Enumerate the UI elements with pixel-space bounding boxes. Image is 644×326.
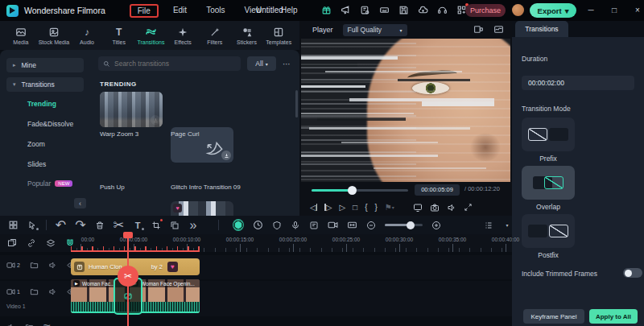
mute-track-icon[interactable] (48, 287, 57, 296)
split-scissors-icon[interactable]: ✂ (114, 220, 124, 231)
tab-transitions-properties[interactable]: Transitions (515, 21, 568, 37)
menu-file[interactable]: File (130, 4, 159, 18)
sidebar-item-fade-dissolve[interactable]: Fade&Dissolve (27, 120, 73, 128)
transition-thumb-partial[interactable]: ♥ (171, 201, 233, 216)
marker-flag-icon[interactable]: ⚑▾ (385, 203, 394, 212)
scopes-icon[interactable] (493, 24, 504, 35)
track-manager-icon[interactable] (484, 220, 493, 231)
keyframe-panel-button[interactable]: Keyframe Panel (523, 309, 584, 324)
tab-stock-media[interactable]: Stock Media (39, 26, 70, 45)
user-avatar[interactable] (512, 4, 524, 16)
purchase-button[interactable]: Purchase (465, 4, 506, 17)
megaphone-icon[interactable] (340, 4, 352, 16)
sidebar-item-popular[interactable]: PopularNEW (27, 180, 72, 188)
mark-out-icon[interactable]: } (375, 203, 378, 212)
favorite-heart-icon[interactable]: ♥ (173, 204, 182, 213)
more-options-icon[interactable]: ⋯ (283, 60, 291, 68)
fit-timeline-icon[interactable] (347, 220, 357, 231)
mark-in-icon[interactable]: { (365, 203, 367, 212)
timeline-zoom-slider[interactable] (385, 224, 423, 226)
download-icon[interactable] (221, 151, 231, 160)
include-trimmed-toggle[interactable] (623, 268, 642, 278)
speed-tool-icon[interactable] (253, 220, 263, 231)
project-settings-icon[interactable] (359, 4, 371, 16)
add-track-icon[interactable] (6, 237, 18, 249)
collapse-sidebar-button[interactable]: ‹ (74, 198, 86, 208)
screen-record-icon[interactable] (328, 220, 338, 231)
progress-knob[interactable] (348, 186, 357, 195)
undo-icon[interactable]: ↶ (56, 220, 66, 231)
more-tools-icon[interactable]: » (188, 220, 198, 231)
sidebar-item-slides[interactable]: Slides (27, 160, 46, 168)
video-preview[interactable] (301, 39, 510, 182)
headset-icon[interactable] (436, 4, 448, 16)
select-tool-icon[interactable] (27, 220, 37, 231)
mask-tool-icon[interactable] (233, 220, 244, 231)
apply-to-all-button[interactable]: Apply to All (589, 309, 638, 324)
folder-icon[interactable] (30, 287, 39, 296)
notes-icon[interactable] (309, 220, 319, 231)
previous-frame-button[interactable]: ◁ (310, 203, 317, 212)
zoom-slider-knob[interactable] (407, 221, 415, 229)
media-browser-icon[interactable] (8, 220, 19, 231)
tab-audio[interactable]: ♪ Audio (72, 26, 101, 45)
sidebar-group-transitions[interactable]: ▾ Transitions (6, 77, 84, 92)
tab-filters[interactable]: Filters (200, 26, 229, 45)
playhead-scissors-button[interactable]: ✂ (118, 266, 138, 287)
cloud-upload-icon[interactable] (417, 4, 429, 16)
search-box[interactable] (98, 56, 241, 71)
export-button[interactable]: Export ▾ (530, 3, 576, 18)
volume-icon[interactable] (447, 203, 456, 213)
tab-templates[interactable]: Templates (264, 26, 293, 45)
gift-icon[interactable] (320, 4, 332, 16)
folder-icon[interactable] (30, 261, 39, 270)
tab-effects[interactable]: Effects (168, 26, 197, 45)
tab-titles[interactable]: T Titles (105, 26, 134, 45)
quality-dropdown[interactable]: Full Quality ▾ (343, 24, 407, 36)
shield-icon[interactable] (272, 220, 282, 231)
minimize-button[interactable]: ─ (584, 2, 597, 17)
layers-icon[interactable] (45, 237, 56, 249)
menu-edit[interactable]: Edit (168, 4, 192, 18)
save-icon[interactable] (398, 4, 410, 16)
zoom-out-icon[interactable] (366, 220, 376, 231)
redo-icon[interactable]: ↷ (75, 220, 85, 231)
keyboard-icon[interactable] (378, 4, 390, 16)
record-voiceover-icon[interactable] (291, 220, 300, 231)
caret-icon[interactable]: ▾ (502, 220, 512, 231)
menu-tools[interactable]: Tools (201, 4, 229, 18)
text-tool-icon[interactable]: T (133, 220, 142, 231)
close-button[interactable]: × (631, 2, 644, 17)
sidebar-item-zoom[interactable]: Zoom (27, 140, 45, 148)
tab-transitions[interactable]: Transitions (137, 26, 166, 45)
tab-stickers[interactable]: Stickers (233, 26, 262, 45)
sidebar-item-trending[interactable]: Trending (27, 100, 56, 108)
mute-track-icon[interactable] (48, 261, 57, 270)
duration-input[interactable] (522, 76, 634, 90)
fullscreen-icon[interactable] (464, 203, 473, 212)
current-timecode[interactable]: 00:00:05:09 (415, 184, 460, 196)
library-scrollbar[interactable] (295, 90, 298, 118)
sidebar-group-mine[interactable]: ▸ Mine (6, 58, 84, 72)
copy-clone-icon[interactable] (170, 220, 180, 231)
pip-layout-icon[interactable] (473, 24, 484, 35)
delete-icon[interactable] (95, 220, 105, 231)
download-icon[interactable] (151, 115, 160, 125)
mode-postfix-option[interactable] (522, 214, 575, 248)
play-button[interactable]: ▷ (339, 203, 345, 212)
next-frame-button[interactable]: ▷ (324, 203, 332, 212)
timeline-ruler[interactable]: 00:00 00:00:05:00 00:00:10:00 00:00:15:0… (76, 234, 512, 252)
tab-media[interactable]: Media (6, 26, 35, 45)
snapshot-camera-icon[interactable] (430, 203, 440, 213)
stop-button[interactable]: □ (353, 203, 357, 212)
link-clips-icon[interactable] (26, 237, 37, 249)
preview-display-icon[interactable] (413, 203, 423, 213)
maximize-button[interactable]: □ (608, 2, 621, 17)
filter-dropdown[interactable]: All ▾ (247, 56, 276, 71)
crop-tool-icon[interactable] (151, 220, 161, 231)
playhead-handle[interactable] (123, 232, 133, 238)
mode-overlap-option[interactable] (522, 166, 575, 200)
search-input[interactable] (114, 60, 227, 68)
mode-prefix-option[interactable] (522, 118, 575, 151)
transition-thumb-warp-zoom[interactable] (100, 92, 163, 127)
